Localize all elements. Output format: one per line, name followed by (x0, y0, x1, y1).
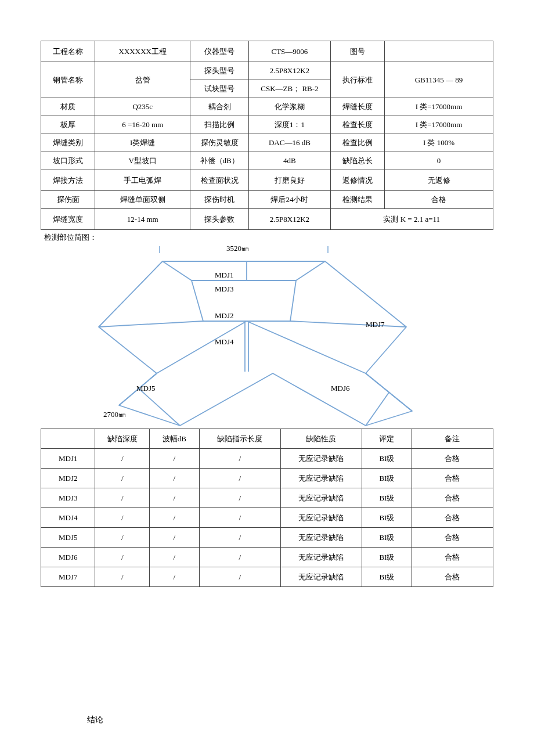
label-mdj6: MDJ6 (331, 384, 350, 393)
cell-value: I类焊缝 (95, 134, 190, 152)
results-cell: 合格 (412, 469, 493, 488)
svg-line-9 (247, 321, 366, 373)
results-cell: 无应记录缺陷 (280, 567, 362, 587)
results-cell: / (149, 548, 199, 567)
cell-label: 焊缝宽度 (41, 209, 95, 230)
diagram: 3520㎜ (41, 243, 493, 429)
table-row: MDJ2///无应记录缺陷BI级合格 (41, 469, 493, 488)
results-cell: MDJ7 (41, 567, 95, 587)
diagram-label: 检测部位简图： (44, 232, 493, 243)
label-mdj5: MDJ5 (136, 384, 156, 393)
results-cell: BI级 (362, 528, 412, 548)
dim-top: 3520㎜ (226, 244, 249, 253)
results-cell: / (95, 488, 149, 508)
cell-value (385, 41, 493, 62)
cell-value: 岔管 (95, 62, 190, 98)
cell-value: 化学浆糊 (249, 98, 330, 116)
cell-value: 6 =16-20 mm (95, 116, 190, 134)
cell-label: 检查长度 (330, 116, 384, 134)
results-cell: / (149, 469, 199, 488)
results-cell: 合格 (412, 528, 493, 548)
results-header: 评定 (362, 429, 412, 449)
results-cell: / (199, 548, 280, 567)
results-cell: 合格 (412, 508, 493, 528)
results-cell: BI级 (362, 449, 412, 469)
cell-label: 焊缝类别 (41, 134, 95, 152)
cell-value: XXXXXX工程 (95, 41, 190, 62)
cell-label: 检测结果 (330, 191, 384, 209)
results-cell: / (95, 548, 149, 567)
cell-label: 探头参数 (190, 209, 249, 230)
svg-line-15 (366, 373, 412, 411)
cell-value: 实测 K = 2.1 a=11 (330, 209, 493, 230)
cell-label: 探头型号 (190, 62, 249, 80)
table-row: MDJ1///无应记录缺陷BI级合格 (41, 449, 493, 469)
cell-value: 4dB (249, 152, 330, 170)
results-cell: 合格 (412, 449, 493, 469)
cell-label: 仪器型号 (190, 41, 249, 62)
table-row: MDJ4///无应记录缺陷BI级合格 (41, 508, 493, 528)
results-cell: / (149, 449, 199, 469)
results-cell: / (199, 469, 280, 488)
cell-value: V型坡口 (95, 152, 190, 170)
table-row: MDJ6///无应记录缺陷BI级合格 (41, 548, 493, 567)
page: 工程名称 XXXXXX工程 仪器型号 CTS—9006 图号 钢管名称 岔管 探… (0, 0, 534, 748)
results-cell: MDJ4 (41, 508, 95, 528)
svg-line-8 (157, 321, 247, 373)
cell-value: 0 (385, 152, 493, 170)
svg-line-4 (163, 261, 192, 280)
results-cell: 无应记录缺陷 (280, 528, 362, 548)
results-cell: BI级 (362, 488, 412, 508)
svg-marker-3 (192, 280, 296, 321)
cell-label: 试块型号 (190, 80, 249, 98)
cell-value: 12-14 mm (95, 209, 190, 230)
results-cell: / (95, 508, 149, 528)
results-cell: / (199, 528, 280, 548)
results-cell: / (199, 449, 280, 469)
cell-label: 探伤面 (41, 191, 95, 209)
cell-label: 缺陷总长 (330, 152, 384, 170)
table-row: MDJ3///无应记录缺陷BI级合格 (41, 488, 493, 508)
cell-value: Q235c (95, 98, 190, 116)
label-mdj4: MDJ4 (215, 337, 234, 346)
results-cell: BI级 (362, 548, 412, 567)
label-mdj7: MDJ7 (366, 320, 385, 329)
cell-value: 焊缝单面双侧 (95, 191, 190, 209)
results-header: 缺陷深度 (95, 429, 149, 449)
results-cell: 无应记录缺陷 (280, 469, 362, 488)
cell-value: 焊后24小时 (249, 191, 330, 209)
results-cell: / (199, 488, 280, 508)
results-header: 缺陷指示长度 (199, 429, 280, 449)
table-row: MDJ5///无应记录缺陷BI级合格 (41, 528, 493, 548)
cell-label: 坡口形式 (41, 152, 95, 170)
results-cell: 合格 (412, 567, 493, 587)
cell-value: GB11345 — 89 (385, 62, 493, 98)
results-cell: MDJ5 (41, 528, 95, 548)
table-row: MDJ7///无应记录缺陷BI级合格 (41, 567, 493, 587)
results-cell: 无应记录缺陷 (280, 449, 362, 469)
cell-label: 检查比例 (330, 134, 384, 152)
cell-value: 2.5P8X12K2 (249, 62, 330, 80)
label-mdj1: MDJ1 (215, 271, 234, 279)
results-cell: / (95, 528, 149, 548)
cell-value: DAC—16 dB (249, 134, 330, 152)
results-header (41, 429, 95, 449)
results-cell: MDJ3 (41, 488, 95, 508)
diagram-svg: 3520㎜ (41, 243, 493, 429)
svg-line-16 (366, 393, 389, 426)
svg-line-5 (296, 261, 325, 280)
label-mdj2: MDJ2 (215, 311, 234, 320)
results-cell: / (199, 567, 280, 587)
dim-left: 2700㎜ (103, 410, 126, 419)
results-header: 备注 (412, 429, 493, 449)
cell-label: 扫描比例 (190, 116, 249, 134)
results-cell: 无应记录缺陷 (280, 508, 362, 528)
results-cell: BI级 (362, 567, 412, 587)
cell-value: 2.5P8X12K2 (249, 209, 330, 230)
cell-value: 合格 (385, 191, 493, 209)
results-cell: / (149, 567, 199, 587)
cell-value: I 类=17000mm (385, 116, 493, 134)
cell-label: 板厚 (41, 116, 95, 134)
conclusion-label: 结论 (87, 715, 493, 725)
results-header: 缺陷性质 (280, 429, 362, 449)
